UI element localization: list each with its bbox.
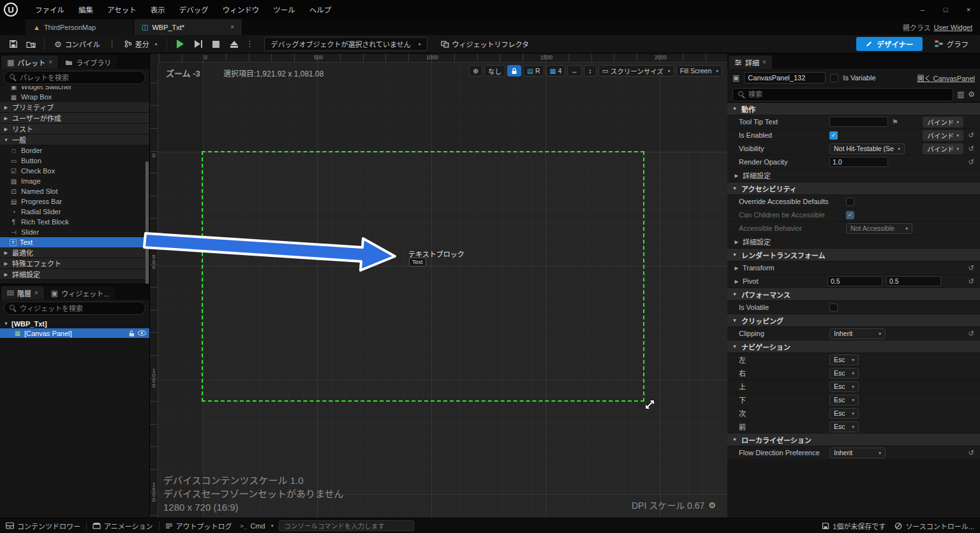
palette-item-rich-text-block[interactable]: ¶Rich Text Block — [0, 217, 149, 227]
eject-button[interactable] — [226, 36, 242, 52]
flip-horizontal-button[interactable]: ↔ — [567, 65, 582, 77]
visibility-bind-dropdown[interactable]: バインド▾ — [923, 143, 963, 154]
compile-button[interactable]: ⚙ コンパイル — [50, 36, 105, 52]
section-navigation[interactable]: ▼ ナビゲーション — [727, 340, 980, 353]
tab-thirdpersonmap[interactable]: ▲ ThirdPersonMap — [26, 19, 134, 35]
render-opacity-input[interactable] — [829, 157, 888, 167]
reset-to-default-icon[interactable]: ↺ — [966, 449, 976, 457]
play-options-menu-icon[interactable]: ⋮ — [244, 40, 255, 48]
can-children-checkbox[interactable]: ✓ — [846, 211, 854, 219]
palette-category-optimization[interactable]: ▶ 最適化 — [0, 247, 149, 258]
menu-window[interactable]: ウィンドウ — [216, 1, 267, 18]
section-performance[interactable]: ▼ パフォーマンス — [727, 288, 980, 301]
animation-button[interactable]: アニメーション — [93, 521, 153, 531]
nav-prev-dropdown[interactable]: Esc▾ — [829, 421, 859, 432]
rule-origin-button[interactable]: ▤ R — [523, 65, 544, 77]
is-variable-checkbox[interactable] — [830, 74, 838, 82]
stop-button[interactable] — [208, 36, 224, 52]
debug-object-dropdown[interactable]: デバッグオブジェクトが選択されていません ▾ — [264, 37, 427, 51]
collapse-arrow-icon[interactable]: ▼ — [3, 321, 9, 326]
section-accessibility[interactable]: ▼ アクセシビリティ — [727, 182, 980, 195]
lock-open-icon[interactable] — [129, 330, 135, 337]
tab-hierarchy[interactable]: 階層 × — [1, 286, 44, 300]
fill-screen-dropdown[interactable]: Fill Screen ▾ — [676, 65, 722, 77]
nav-left-dropdown[interactable]: Esc▾ — [829, 354, 859, 365]
text-block-widget[interactable]: Text — [409, 258, 426, 266]
palette-item-widget-switcher[interactable]: ▣ Widget Switcher — [0, 86, 149, 92]
flow-direction-dropdown[interactable]: Inherit▾ — [829, 448, 886, 458]
tool-tip-bind-dropdown[interactable]: バインド▾ — [923, 117, 963, 128]
details-settings-gear-icon[interactable]: ⚙ — [968, 90, 975, 99]
palette-item-named-slot[interactable]: ⊡Named Slot — [0, 186, 149, 196]
hierarchy-search-box[interactable] — [4, 302, 145, 315]
is-enabled-checkbox[interactable]: ✓ — [829, 131, 838, 140]
grid-snap-button[interactable]: ▦ 4 — [546, 65, 566, 77]
palette-item-slider[interactable]: ⊣Slider — [0, 227, 149, 237]
palette-category-advanced[interactable]: ▶ 詳細設定 — [0, 269, 149, 280]
maximize-button[interactable]: □ — [934, 0, 957, 19]
palette-category-list[interactable]: ▶ リスト — [0, 124, 149, 135]
console-command-input[interactable] — [279, 520, 414, 531]
unsaved-assets-button[interactable]: 1個が未保存です — [822, 521, 886, 531]
palette-item-progress-bar[interactable]: ▤Progress Bar — [0, 196, 149, 207]
palette-scrollbar[interactable] — [145, 161, 149, 284]
minimize-button[interactable]: – — [911, 0, 934, 19]
palette-search-box[interactable] — [4, 71, 145, 84]
widget-reflector-button[interactable]: ウィジェットリフレクタ — [436, 36, 534, 52]
is-enabled-bind-dropdown[interactable]: バインド▾ — [923, 130, 963, 141]
unreal-logo-icon[interactable]: U — [4, 3, 18, 17]
tab-details[interactable]: 詳細 × — [729, 55, 772, 69]
clipping-dropdown[interactable]: Inherit▾ — [829, 328, 886, 339]
frame-skip-button[interactable] — [190, 36, 206, 52]
object-name-input[interactable] — [744, 72, 826, 84]
palette-category-primitive[interactable]: ▶ プリミティブ — [0, 102, 149, 113]
close-icon[interactable]: × — [34, 289, 38, 296]
pivot-x-input[interactable] — [828, 276, 882, 286]
reset-to-default-icon[interactable]: ↺ — [966, 330, 976, 338]
reset-to-default-icon[interactable]: ↺ — [966, 145, 976, 153]
hierarchy-search-input[interactable] — [20, 305, 140, 312]
diff-button[interactable]: 差分 ▾ — [120, 36, 162, 52]
reset-to-default-icon[interactable]: ↺ — [966, 131, 976, 140]
section-localization[interactable]: ▼ ローカライゼーション — [727, 434, 980, 446]
parent-class-link[interactable]: User Widget — [933, 24, 972, 31]
flag-icon[interactable]: ⚑ — [892, 118, 898, 126]
menu-debug[interactable]: デバッグ — [172, 1, 216, 18]
output-log-button[interactable]: アウトプットログ — [165, 521, 232, 531]
column-view-icon[interactable]: ▥ — [957, 90, 964, 99]
palette-category-common[interactable]: ▼ 一般 — [0, 135, 149, 145]
transform-row[interactable]: ▶ Transform ↺ — [727, 261, 980, 275]
palette-item-wrap-box[interactable]: ▦ Wrap Box — [0, 92, 149, 102]
reset-to-default-icon[interactable]: ↺ — [966, 277, 976, 286]
section-behavior[interactable]: ▼ 動作 — [727, 103, 980, 115]
palette-category-special-effects[interactable]: ▶ 特殊エフェクト — [0, 258, 149, 269]
browse-to-asset-button[interactable] — [23, 36, 39, 52]
content-drawer-button[interactable]: コンテンツドロワー — [6, 521, 80, 531]
tab-library[interactable]: ライブラリ — [59, 55, 117, 69]
tab-close-icon[interactable]: × — [230, 24, 234, 31]
accessible-behavior-dropdown[interactable]: Not Accessible▾ — [846, 223, 912, 234]
palette-item-check-box[interactable]: ☑Check Box — [0, 166, 149, 176]
section-render-transform[interactable]: ▼ レンダートランスフォーム — [727, 249, 980, 261]
menu-edit[interactable]: 編集 — [71, 1, 100, 18]
palette-category-user-created[interactable]: ▶ ユーザーが作成 — [0, 113, 149, 124]
reset-to-default-icon[interactable]: ↺ — [966, 158, 976, 166]
open-canvaspanel-link[interactable]: 開く CanvasPanel — [917, 73, 976, 83]
menu-asset[interactable]: アセット — [100, 1, 144, 18]
nav-up-dropdown[interactable]: Esc▾ — [829, 381, 859, 392]
resize-handle-icon[interactable] — [644, 399, 655, 411]
visibility-eye-icon[interactable] — [138, 330, 146, 336]
selected-canvas-outline[interactable] — [202, 151, 644, 402]
compile-options-menu-icon[interactable]: ⋮ — [107, 40, 118, 48]
close-icon[interactable]: × — [48, 59, 52, 66]
source-control-button[interactable]: ソースコントロール... — [895, 521, 974, 531]
behavior-advanced-row[interactable]: ▶ 詳細設定 — [727, 169, 980, 182]
nav-next-dropdown[interactable]: Esc▾ — [829, 408, 859, 419]
pivot-y-input[interactable] — [886, 276, 941, 286]
expand-arrow-icon[interactable]: ▶ — [734, 279, 739, 284]
close-button[interactable]: × — [957, 0, 980, 19]
tool-tip-text-input[interactable] — [829, 117, 888, 127]
menu-help[interactable]: ヘルプ — [302, 1, 339, 18]
menu-tools[interactable]: ツール — [266, 1, 302, 18]
palette-item-text[interactable]: TText — [0, 237, 149, 247]
